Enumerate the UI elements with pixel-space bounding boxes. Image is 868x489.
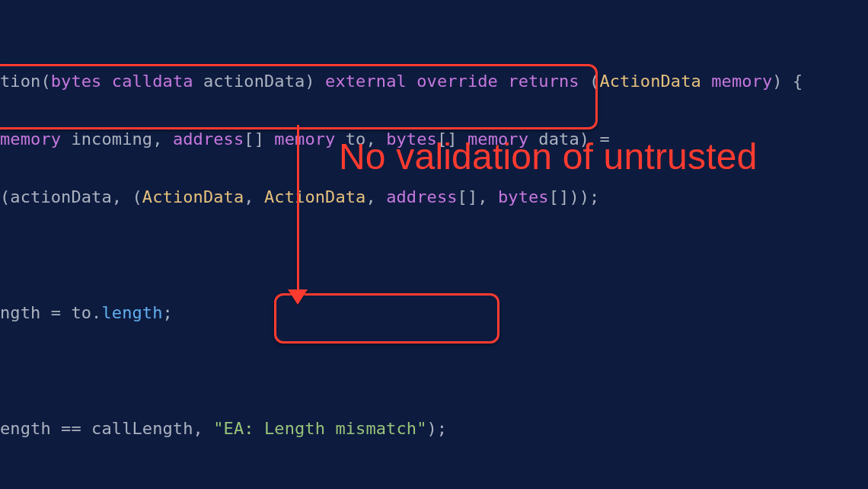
code-line-8: [0, 472, 868, 489]
code-line-6: [0, 356, 868, 385]
source-code-block: tion(bytes calldata actionData) external…: [0, 0, 868, 489]
code-line-7: ength == callLength, "EA: Length mismatc…: [0, 414, 868, 443]
annotation-text: No validation of untrusted: [339, 136, 758, 177]
arrow-shaft: [297, 125, 299, 294]
code-line-5: ngth = to.length;: [0, 299, 868, 328]
code-line-3: (actionData, (ActionData, ActionData, ad…: [0, 183, 868, 212]
arrow-head-icon: [288, 289, 308, 305]
code-line-1: tion(bytes calldata actionData) external…: [0, 67, 868, 96]
code-line-4: [0, 241, 868, 270]
code-screenshot: tion(bytes calldata actionData) external…: [0, 0, 868, 489]
